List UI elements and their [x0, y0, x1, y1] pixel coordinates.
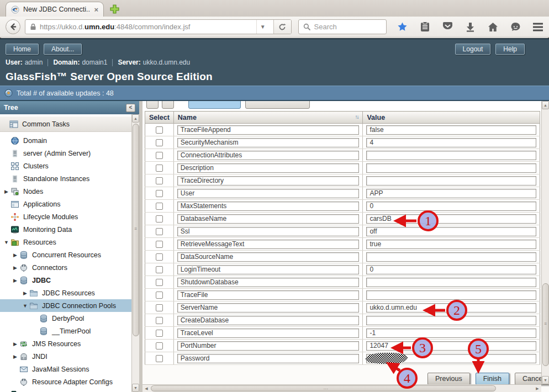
tree-item-jdbc-connection-pools[interactable]: ▼JDBC Connection Pools [0, 299, 131, 312]
cutoff-toolbar-button-primary[interactable] [188, 101, 241, 109]
row-checkbox[interactable] [156, 317, 163, 324]
tree-item-jdbc-resources[interactable]: ▶JDBC Resources [0, 287, 131, 299]
expander-collapsed-icon[interactable]: ▶ [11, 265, 19, 271]
scroll-right-icon[interactable]: ▶ [534, 385, 541, 392]
url-bar[interactable]: https://ukko.d.umn.edu:4848/common/index… [25, 20, 273, 34]
property-name-input[interactable]: TraceFile [177, 290, 360, 300]
scroll-down-icon[interactable]: ▼ [542, 376, 549, 384]
home-button[interactable]: Home [6, 44, 39, 55]
row-checkbox[interactable] [156, 304, 163, 311]
property-value-input[interactable]: 12047 [366, 341, 536, 351]
expander-expanded-icon[interactable]: ▼ [21, 303, 29, 309]
row-checkbox[interactable] [156, 330, 163, 337]
sort-icon[interactable]: ↑↓ [355, 114, 358, 120]
property-name-input[interactable]: RetrieveMessageText [177, 240, 360, 249]
property-value-input[interactable] [366, 354, 536, 363]
about-button[interactable]: About... [44, 44, 82, 55]
reload-button[interactable] [273, 20, 291, 34]
row-checkbox[interactable] [156, 266, 163, 273]
menu-hamburger-icon[interactable] [532, 22, 543, 33]
tree-item-concurrent-resources[interactable]: ▶Concurrent Resources [0, 248, 131, 261]
property-name-input[interactable]: ServerName [177, 303, 360, 312]
content-horizontal-scrollbar[interactable]: ◀ ⋯ ▶ [142, 384, 541, 392]
content-hscroll-thumb[interactable]: ⋯ [151, 385, 496, 391]
expander-collapsed-icon[interactable]: ▶ [11, 354, 19, 359]
scroll-down-icon[interactable]: ▼ [132, 384, 139, 392]
row-checkbox[interactable] [156, 342, 163, 349]
property-name-input[interactable]: Password [177, 354, 360, 363]
property-value-input[interactable] [366, 290, 536, 300]
property-name-input[interactable]: ShutdownDatabase [177, 278, 360, 287]
tree-item-javamail-sessions[interactable]: JavaMail Sessions [0, 363, 131, 375]
property-value-input[interactable] [366, 278, 536, 287]
tree-item-timerpool[interactable]: __TimerPool [0, 325, 131, 337]
tree-item-standalone-instances[interactable]: Standalone Instances [0, 172, 131, 185]
property-value-input[interactable]: off [366, 227, 536, 236]
tree-item-configurations[interactable]: ▼Configurations [0, 388, 131, 392]
property-value-input[interactable]: carsDB [366, 214, 536, 224]
search-box[interactable]: Search [298, 19, 387, 34]
name-column-header[interactable]: Name↑↓ [173, 112, 363, 124]
download-icon[interactable] [464, 22, 476, 33]
tree-item-derbypool[interactable]: DerbyPool [0, 312, 131, 325]
row-checkbox[interactable] [156, 292, 163, 299]
row-checkbox[interactable] [156, 355, 163, 362]
property-value-input[interactable]: true [366, 240, 536, 249]
row-checkbox[interactable] [156, 165, 163, 172]
tab-close-icon[interactable]: × [94, 6, 98, 14]
property-name-input[interactable]: SecurityMechanism [177, 138, 360, 147]
property-name-input[interactable]: MaxStatements [177, 202, 360, 211]
property-value-input[interactable]: ukko.d.umn.edu [366, 303, 536, 312]
expander-collapsed-icon[interactable]: ▶ [11, 341, 19, 347]
property-name-input[interactable]: TraceLevel [177, 329, 360, 338]
property-value-input[interactable]: 0 [366, 202, 536, 211]
tree-item-nodes[interactable]: ▶Nodes [0, 185, 131, 198]
scroll-left-icon[interactable]: ◀ [142, 385, 150, 392]
row-checkbox[interactable] [156, 190, 163, 197]
finish-button[interactable]: Finish [476, 373, 509, 385]
row-checkbox[interactable] [156, 139, 163, 146]
expander-collapsed-icon[interactable]: ▶ [2, 189, 10, 194]
home-icon[interactable] [487, 22, 498, 33]
tree-item-resource-adapter-configs[interactable]: Resource Adapter Configs [0, 375, 131, 388]
tree-item-common-tasks[interactable]: Common Tasks [0, 116, 131, 132]
property-value-input[interactable] [366, 151, 536, 160]
row-checkbox[interactable] [156, 126, 163, 134]
bookmark-star-icon[interactable] [397, 22, 408, 33]
expander-collapsed-icon[interactable]: ▶ [11, 252, 19, 258]
property-name-input[interactable]: PortNumber [177, 341, 360, 351]
property-value-input[interactable] [366, 252, 536, 262]
sidebar-collapse-button[interactable]: < [126, 104, 135, 112]
row-checkbox[interactable] [156, 215, 163, 223]
chat-icon[interactable] [510, 22, 521, 33]
row-checkbox[interactable] [156, 177, 163, 184]
url-dropdown-icon[interactable]: ▼ [256, 20, 269, 34]
property-name-input[interactable]: DatabaseName [177, 214, 360, 224]
row-checkbox[interactable] [156, 228, 163, 235]
tree-item-clusters[interactable]: Clusters [0, 160, 131, 172]
bookmarks-sidebar-icon[interactable] [419, 22, 430, 33]
property-name-input[interactable]: User [177, 189, 360, 198]
sidebar-scroll-thumb[interactable]: ≡ [133, 124, 139, 336]
property-value-input[interactable] [366, 163, 536, 173]
property-name-input[interactable]: ConnectionAttributes [177, 151, 360, 160]
tree-item-jdbc[interactable]: ▶JDBC [0, 274, 131, 287]
row-checkbox[interactable] [156, 253, 163, 261]
tree-item-jms-resources[interactable]: ▶JMS Resources [0, 337, 131, 350]
tree-item-connectors[interactable]: ▶Connectors [0, 261, 131, 274]
property-name-input[interactable]: TraceFileAppend [177, 125, 360, 135]
help-button[interactable]: Help [495, 44, 525, 55]
scroll-up-icon[interactable]: ▲ [132, 114, 139, 123]
logout-button[interactable]: Logout [455, 44, 491, 55]
property-name-input[interactable]: TraceDirectory [177, 176, 360, 186]
cutoff-toolbar-button[interactable] [162, 101, 174, 109]
property-value-input[interactable]: 0 [366, 265, 536, 274]
property-value-input[interactable]: false [366, 125, 536, 135]
cutoff-toolbar-button[interactable] [245, 101, 310, 109]
previous-button[interactable]: Previous [427, 373, 470, 385]
property-name-input[interactable]: Ssl [177, 227, 360, 236]
sidebar-scrollbar[interactable]: ▲ ≡ ▼ [131, 114, 139, 392]
expander-collapsed-icon[interactable]: ▶ [21, 290, 29, 296]
expander-expanded-icon[interactable]: ▼ [2, 240, 10, 245]
cutoff-toolbar-button[interactable] [146, 101, 159, 109]
